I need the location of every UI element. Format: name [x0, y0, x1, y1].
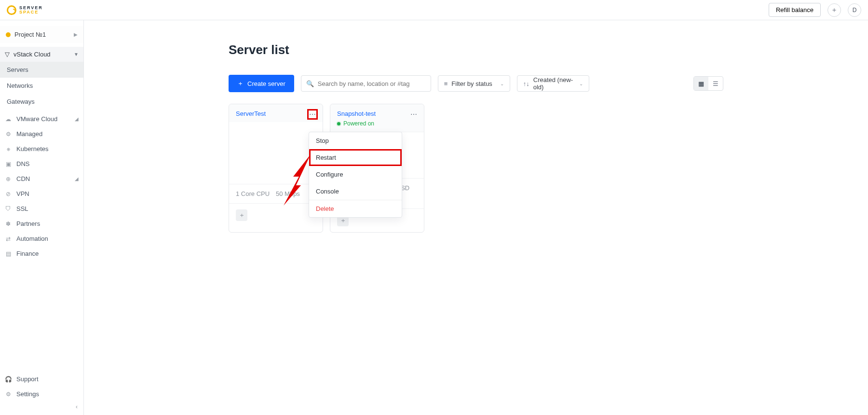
page-title: Server list: [229, 42, 723, 57]
managed-icon: ⚙: [5, 131, 12, 138]
project-dot-icon: [6, 32, 11, 37]
menu-item-delete[interactable]: Delete: [309, 200, 402, 217]
vpn-icon: ⊘: [5, 191, 12, 197]
cloud-icon: ☁: [5, 116, 12, 123]
toolbar: ＋ Create server 🔍 ≡ Filter by status ⌄ ↑…: [229, 75, 723, 92]
sidebar-item-dns[interactable]: ▣ DNS: [0, 156, 83, 171]
create-plus-button[interactable]: ＋: [827, 3, 841, 17]
label: Settings: [16, 390, 39, 398]
project-name: Project №1: [14, 31, 46, 38]
sidebar-collapse-button[interactable]: ‹: [76, 403, 78, 410]
card-kebab-button[interactable]: ⋯: [307, 109, 318, 120]
sidebar-item-support[interactable]: 🎧 Support: [0, 372, 83, 387]
vstack-icon: ▽: [5, 51, 10, 58]
sidebar-item-servers[interactable]: Servers: [0, 62, 83, 78]
refill-balance-button[interactable]: Refill balance: [769, 3, 821, 17]
support-icon: 🎧: [5, 376, 12, 383]
menu-item-restart[interactable]: Restart: [309, 149, 402, 166]
chevron-icon: ◢: [75, 116, 79, 122]
label: CDN: [16, 175, 30, 182]
topbar: SERVER SPACE Refill balance ＋ D: [0, 0, 868, 20]
label: DNS: [16, 160, 29, 167]
server-card-title[interactable]: ServerTest: [236, 110, 316, 117]
logo[interactable]: SERVER SPACE: [7, 5, 43, 15]
sort-label: Created (new-old): [533, 76, 575, 91]
server-status: Powered on: [337, 120, 417, 127]
label: Managed: [16, 130, 42, 138]
spec-cpu: 1 Core CPU: [236, 190, 276, 197]
logo-text: SERVER SPACE: [19, 6, 43, 14]
label: Kubernetes: [16, 145, 49, 152]
filter-label: Filter by status: [451, 80, 492, 87]
grid-icon: ▦: [698, 80, 704, 87]
label: VMware Cloud: [16, 115, 57, 123]
chevron-down-icon: ▼: [74, 52, 79, 57]
sort-icon: ↑↓: [523, 80, 529, 87]
label: SSL: [16, 205, 28, 212]
create-label: Create server: [247, 80, 285, 87]
list-icon: ☰: [713, 80, 719, 87]
label: Support: [16, 375, 39, 383]
card-kebab-button[interactable]: ⋯: [408, 109, 419, 120]
vstack-label: vStack Cloud: [14, 51, 51, 58]
sidebar-item-ssl[interactable]: ⛉ SSL: [0, 201, 83, 216]
dns-icon: ▣: [5, 161, 12, 167]
server-cards: ServerTest ⋯ 1 Core CPU 50 Mbps ＋ Snapsh…: [229, 104, 723, 233]
menu-item-console[interactable]: Console: [309, 183, 402, 200]
create-server-button[interactable]: ＋ Create server: [229, 75, 294, 92]
sidebar-section-vstack[interactable]: ▽ vStack Cloud ▼: [0, 47, 83, 62]
view-toggle: ▦ ☰: [693, 76, 723, 91]
status-label: Powered on: [343, 120, 374, 127]
sort-select[interactable]: ↑↓ Created (new-old) ⌄: [517, 75, 589, 92]
label: VPN: [16, 190, 29, 197]
view-grid-button[interactable]: ▦: [694, 77, 708, 90]
status-dot-icon: [337, 122, 340, 125]
sidebar-item-gateways[interactable]: Gateways: [0, 94, 83, 110]
chevron-down-icon: ⌄: [579, 81, 583, 86]
sidebar-item-vmware[interactable]: ☁ VMware Cloud ◢: [0, 111, 83, 126]
filter-status-select[interactable]: ≡ Filter by status ⌄: [438, 75, 510, 92]
menu-item-configure[interactable]: Configure: [309, 166, 402, 183]
cdn-icon: ⊕: [5, 176, 12, 182]
label: Automation: [16, 235, 48, 242]
menu-item-stop[interactable]: Stop: [309, 132, 402, 149]
card-action-menu: Stop Restart Configure Console Delete: [309, 132, 402, 218]
plus-icon: ＋: [831, 6, 838, 14]
chevron-icon: ◢: [75, 176, 79, 181]
kubernetes-icon: ⎈: [5, 146, 12, 152]
add-tag-button[interactable]: ＋: [236, 209, 247, 221]
sidebar-item-cdn[interactable]: ⊕ CDN ◢: [0, 171, 83, 186]
sidebar-item-settings[interactable]: ⚙ Settings: [0, 387, 83, 401]
label: Partners: [16, 220, 40, 227]
project-selector[interactable]: Project №1 ▶: [0, 26, 83, 43]
chevron-right-icon: ▶: [74, 32, 78, 37]
search-input[interactable]: [318, 77, 426, 90]
finance-icon: ▤: [5, 250, 12, 257]
sliders-icon: ≡: [444, 80, 448, 87]
main-content: Server list ＋ Create server 🔍 ≡ Filter b…: [84, 20, 868, 415]
logo-icon: [7, 5, 16, 15]
automation-icon: ⇄: [5, 235, 12, 242]
sidebar: Project №1 ▶ ▽ vStack Cloud ▼ Servers Ne…: [0, 20, 84, 415]
view-list-button[interactable]: ☰: [708, 77, 723, 90]
sidebar-item-finance[interactable]: ▤ Finance: [0, 246, 83, 261]
sidebar-item-partners[interactable]: ✽ Partners: [0, 216, 83, 231]
search-icon: 🔍: [306, 80, 314, 87]
sidebar-item-managed[interactable]: ⚙ Managed: [0, 126, 83, 141]
chevron-down-icon: ⌄: [500, 81, 504, 86]
topbar-right: Refill balance ＋ D: [769, 3, 861, 17]
label: Finance: [16, 250, 39, 257]
server-card-title[interactable]: Snapshot-test: [337, 110, 417, 117]
search-box[interactable]: 🔍: [301, 75, 431, 92]
sidebar-item-vpn[interactable]: ⊘ VPN: [0, 186, 83, 201]
partners-icon: ✽: [5, 221, 12, 227]
sidebar-item-kubernetes[interactable]: ⎈ Kubernetes: [0, 141, 83, 156]
sidebar-item-networks[interactable]: Networks: [0, 78, 83, 94]
plus-icon: ＋: [237, 79, 244, 88]
shield-icon: ⛉: [5, 206, 12, 212]
avatar[interactable]: D: [848, 3, 861, 17]
sidebar-item-automation[interactable]: ⇄ Automation: [0, 231, 83, 246]
gear-icon: ⚙: [5, 391, 12, 398]
